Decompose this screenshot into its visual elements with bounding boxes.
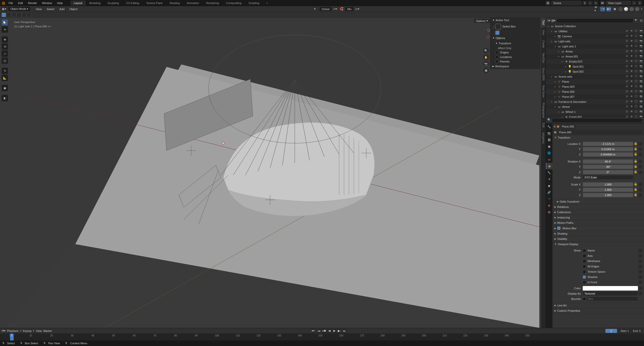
select-mode-buttons[interactable] <box>490 30 541 36</box>
hide-toggle[interactable]: 👁 <box>630 90 634 93</box>
viewport-toggle[interactable]: 🖵 <box>635 80 638 83</box>
pan-icon[interactable]: ✋ <box>483 54 489 60</box>
outliner-row-areas[interactable]: ▸▭Areas☑👁🖵📷 <box>546 49 644 54</box>
instancing-header[interactable]: ▶Instancing <box>552 215 644 220</box>
transform-subheader[interactable]: ▼Transform <box>490 41 541 46</box>
viewlayer-icon[interactable]: ▤ <box>600 1 605 5</box>
render-toggle[interactable]: 📷 <box>639 110 643 114</box>
scale-x-input[interactable]: 1.000 <box>583 182 633 187</box>
tab-texture[interactable]: ▦ <box>546 209 552 215</box>
outliner-row-wheel[interactable]: ▾▭Wheel☑👁🖵📷 <box>546 104 644 109</box>
workspace-animation[interactable]: Animation <box>183 1 203 6</box>
tab-viewlayer[interactable]: 🖼 <box>546 137 552 143</box>
scale-y-input[interactable]: 1.000 <box>583 187 633 192</box>
npanel-tab-polygoniq[interactable]: polygoniq <box>541 130 546 146</box>
frame-range[interactable]: Start1 End3 <box>619 329 642 333</box>
loc-y-input[interactable]: 0.21055 m <box>583 147 633 151</box>
loc-z-input[interactable]: 0.954889 m <box>583 152 633 157</box>
tab-world[interactable]: 🌐 <box>546 150 552 156</box>
shadow-checkbox[interactable] <box>583 275 586 279</box>
measure-tool[interactable]: 📐 <box>2 75 8 81</box>
render-toggle[interactable]: 📷 <box>639 45 643 48</box>
render-toggle[interactable]: 📷 <box>639 50 643 53</box>
outliner-row-plane-003[interactable]: ▸▽Plane.003☑👁🖵📷 <box>546 84 644 89</box>
workspace-texture-paint[interactable]: Texture Paint <box>143 1 166 6</box>
timeline-editor-type[interactable]: ◔▾ <box>2 329 6 332</box>
axis-checkbox[interactable] <box>583 254 586 258</box>
breadcrumb-object[interactable]: Plane.005 <box>560 124 576 129</box>
workspace-scripting[interactable]: Scripting <box>245 1 263 6</box>
keying-menu[interactable]: Keying <box>23 329 32 332</box>
viewport-toggle[interactable]: 🖵 <box>635 70 638 73</box>
hide-toggle[interactable]: 👁 <box>630 85 634 88</box>
add-workspace-button[interactable]: + <box>263 1 272 6</box>
cursor-tool[interactable]: ✛ <box>2 26 8 33</box>
hide-toggle[interactable]: 👁 <box>630 50 634 53</box>
outliner-row-scene-sets[interactable]: ▾▭Scene sets☑👁🖵📷 <box>546 74 644 79</box>
menu-window[interactable]: Window <box>40 1 55 6</box>
render-toggle[interactable]: 📷 <box>639 80 643 83</box>
exclude-toggle[interactable]: ☑ <box>626 110 629 114</box>
shading-wireframe[interactable] <box>619 7 623 11</box>
breadcrumb-object-2[interactable]: Plane.005 <box>557 130 642 134</box>
new-viewlayer-button[interactable]: ▫ <box>632 1 636 5</box>
in-front-checkbox[interactable] <box>583 281 586 284</box>
exclude-toggle[interactable]: ☑ <box>626 80 629 83</box>
blender-logo-icon[interactable] <box>0 0 6 6</box>
active-tool-header[interactable]: ▼Active Tool <box>490 18 541 23</box>
orientation-icon[interactable]: ✦ <box>314 7 318 11</box>
workspace-uv-editing[interactable]: UV Editing <box>122 1 143 6</box>
viewport-toggle[interactable]: 🖵 <box>635 55 638 58</box>
all-edges-checkbox[interactable] <box>583 265 586 268</box>
viewport-toggle[interactable]: 🖵 <box>635 40 638 43</box>
outliner-row-light-sets-1[interactable]: ▾▭Light sets 1☑👁🖵📷 <box>546 44 644 49</box>
render-toggle[interactable]: 📷 <box>639 90 643 93</box>
timeline-ruler[interactable]: 1 01020304050607080901001101201301401501… <box>0 334 644 340</box>
workspace-modeling[interactable]: Modeling <box>86 1 104 6</box>
shading-solid[interactable] <box>624 7 628 11</box>
tab-object[interactable]: ▣ <box>546 163 552 169</box>
exclude-toggle[interactable]: ☑ <box>626 40 629 43</box>
name-checkbox[interactable] <box>583 249 586 252</box>
snap-mode-dropdown[interactable]: Mix <box>345 7 354 11</box>
hide-toggle[interactable]: 👁 <box>630 55 634 58</box>
outliner-editor-type[interactable]: ≡▾ <box>547 19 550 22</box>
autokey-toggle[interactable]: ●▾ <box>311 329 315 333</box>
exclude-toggle[interactable]: ☑ <box>626 29 629 33</box>
proportional-edit-toggle[interactable]: ◎▾ <box>355 7 360 11</box>
mode-dropdown[interactable]: Object Mode ▾ <box>8 7 31 11</box>
header-menu-add[interactable]: Add <box>58 7 67 11</box>
hide-toggle[interactable]: 👁 <box>630 29 634 33</box>
transform-panel-header[interactable]: ▼Transform <box>552 135 644 140</box>
scale-tool[interactable]: ⤢ <box>2 50 8 57</box>
scale-z-input[interactable]: 1.000 <box>583 193 633 197</box>
tab-particles[interactable]: ✦ <box>546 176 552 182</box>
viewlayer-name-field[interactable]: View Layer <box>606 1 631 5</box>
transform-tool[interactable]: ◫ <box>2 57 8 64</box>
lineart-header[interactable]: ▶Line Art <box>552 303 644 308</box>
shading-header[interactable]: ▶Shading <box>552 231 644 236</box>
header-menu-select[interactable]: Select <box>45 7 57 11</box>
workspace-sculpting[interactable]: Sculpting <box>104 1 122 6</box>
annotate-tool[interactable]: ✎ <box>2 68 8 74</box>
outliner-tree[interactable]: ▾▭Scene Collection ▾▭Utilities☑👁🖵📷▸📷Came… <box>546 24 644 118</box>
delta-transform-header[interactable]: ▶Delta Transform <box>552 199 644 204</box>
render-toggle[interactable]: 📷 <box>639 35 643 38</box>
exclude-toggle[interactable]: ☑ <box>626 45 629 48</box>
displayas-select[interactable]: Textured <box>583 291 638 296</box>
rot-y-input[interactable]: -90° <box>583 165 633 169</box>
exclude-toggle[interactable]: ☑ <box>626 115 629 118</box>
viewport-toggle[interactable]: 🖵 <box>635 115 638 118</box>
header-menu-view[interactable]: View <box>34 7 44 11</box>
viewport-toggle[interactable]: 🖵 <box>635 45 638 48</box>
pin-icon[interactable]: ⎘ <box>554 125 556 128</box>
motion-blur-header[interactable]: ▶Motion Blur <box>552 226 644 231</box>
perspective-toggle-icon[interactable]: ▦ <box>483 68 489 73</box>
exclude-toggle[interactable]: ☑ <box>626 100 629 104</box>
new-scene-button[interactable]: ▫ <box>588 1 593 5</box>
render-toggle[interactable]: 📷 <box>639 100 643 104</box>
render-toggle[interactable]: 📷 <box>639 95 643 99</box>
current-frame-input[interactable]: 1 <box>605 329 617 333</box>
xray-toggle[interactable]: ▦ <box>612 7 617 11</box>
viewport-toggle[interactable]: 🖵 <box>635 29 638 33</box>
